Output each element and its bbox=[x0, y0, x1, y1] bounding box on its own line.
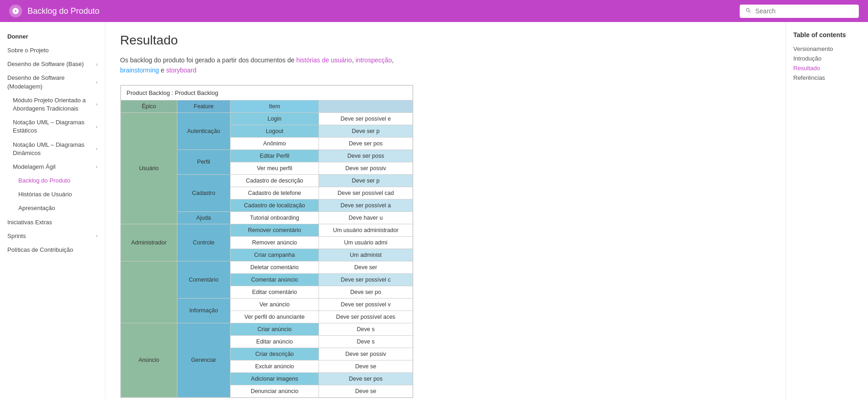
desc-criar-descricao: Deve ser possiv bbox=[319, 348, 412, 360]
search-input[interactable] bbox=[755, 7, 847, 15]
backlog-table: Product Backlog : Product Backlog Épico … bbox=[121, 85, 413, 398]
desc-cad-descricao: Deve ser p bbox=[319, 174, 412, 187]
item-cad-telefone: Cadastro de telefone bbox=[231, 187, 319, 199]
desc-adicionar-imagens: Deve ser pos bbox=[319, 372, 412, 385]
item-editar-perfil: Editar Perfil bbox=[231, 150, 319, 162]
item-cad-descricao: Cadastro de descrição bbox=[231, 174, 319, 187]
item-criar-campanha: Criar campanha bbox=[231, 249, 319, 261]
item-denunciar-anuncio: Denunciar anúncio bbox=[231, 385, 319, 397]
link-introspeccao[interactable]: introspecção bbox=[356, 56, 392, 64]
desc-logout: Deve ser p bbox=[319, 125, 412, 137]
item-editar-anuncio: Editar anúncio bbox=[231, 335, 319, 348]
chevron-right-icon: › bbox=[96, 101, 98, 108]
table-row: Administrador Controle Remover comentári… bbox=[121, 224, 413, 236]
feature-controle: Controle bbox=[177, 224, 231, 261]
table-row: Anúncio Gerenciar Criar anúncio Deve s bbox=[121, 323, 413, 335]
feature-perfil: Perfil bbox=[177, 150, 231, 174]
sidebar-item-sprints[interactable]: Sprints › bbox=[0, 229, 105, 243]
item-ver-perfil: Ver meu perfil bbox=[231, 162, 319, 174]
item-login: Login bbox=[231, 112, 319, 125]
desc-cad-localizacao: Deve ser possível a bbox=[319, 199, 412, 211]
table-title: Product Backlog : Product Backlog bbox=[121, 85, 413, 100]
desc-excluir-anuncio: Deve se bbox=[319, 360, 412, 372]
main-content: Resultado Os backlog do produto foi gera… bbox=[105, 22, 786, 399]
link-brainstorming[interactable]: brainstorming bbox=[120, 66, 159, 74]
table-row: Comentário Deletar comentário Deve ser bbox=[121, 261, 413, 273]
layout: Donner Sobre o Projeto Desenho de Softwa… bbox=[0, 22, 868, 399]
search-icon bbox=[745, 7, 752, 15]
sidebar-item-uml-dinamicos[interactable]: Notação UML – Diagramas Dinâmicos › bbox=[0, 138, 105, 160]
chevron-right-icon: › bbox=[96, 145, 98, 152]
desc-login: Deve ser possível e bbox=[319, 112, 412, 125]
desc-deletar-comentario: Deve ser bbox=[319, 261, 412, 273]
feature-cadastro: Cadastro bbox=[177, 174, 231, 211]
sidebar-item-uml-estaticos[interactable]: Notação UML – Diagramas Estáticos › bbox=[0, 116, 105, 138]
epico-usuario: Usuário bbox=[121, 112, 177, 224]
item-criar-anuncio: Criar anúncio bbox=[231, 323, 319, 335]
item-criar-descricao: Criar descrição bbox=[231, 348, 319, 360]
chevron-right-icon: › bbox=[96, 123, 98, 130]
toc-item-introducao[interactable]: Introdução bbox=[793, 54, 861, 63]
item-deletar-comentario: Deletar comentário bbox=[231, 261, 319, 273]
sidebar-item-modulo[interactable]: Módulo Projeto Orientado a Abordagens Tr… bbox=[0, 94, 105, 116]
desc-ver-perfil: Deve ser possiv bbox=[319, 162, 412, 174]
desc-anonimo: Deve ser pos bbox=[319, 137, 412, 150]
sidebar-item-politicas[interactable]: Políticas de Contribuição bbox=[0, 243, 105, 257]
sidebar-item-desenho-modelagem[interactable]: Desenho de Software (Modelagem) › bbox=[0, 71, 105, 93]
sidebar-item-apresentacao[interactable]: Apresentação bbox=[0, 201, 105, 215]
header-title: Backlog do Produto bbox=[27, 6, 734, 16]
desc-editar-comentario: Deve ser po bbox=[319, 286, 412, 298]
epico-administrador: Administrador bbox=[121, 224, 177, 261]
desc-comentar-anuncio: Deve ser possível c bbox=[319, 273, 412, 286]
col-header-epico: Épico bbox=[121, 100, 177, 112]
item-adicionar-imagens: Adicionar imagens bbox=[231, 372, 319, 385]
toc-item-resultado[interactable]: Resultado bbox=[793, 63, 861, 73]
item-anonimo: Anônimo bbox=[231, 137, 319, 150]
sidebar-item-iniciativas[interactable]: Iniciativas Extras bbox=[0, 216, 105, 229]
sidebar-item-modelagem-agil[interactable]: Modelagem Ágil › bbox=[0, 160, 105, 174]
desc-tutorial: Deve haver u bbox=[319, 211, 412, 224]
intro-text: Os backlog do produto foi gerado a parti… bbox=[120, 55, 771, 76]
desc-remover-anuncio: Um usuário admi bbox=[319, 236, 412, 249]
desc-editar-anuncio: Deve s bbox=[319, 335, 412, 348]
desc-criar-campanha: Um administ bbox=[319, 249, 412, 261]
item-excluir-anuncio: Excluir anúncio bbox=[231, 360, 319, 372]
header: Backlog do Produto bbox=[0, 0, 868, 22]
item-tutorial: Tutorial onboarding bbox=[231, 211, 319, 224]
link-historias[interactable]: histórias de usuário bbox=[296, 56, 352, 64]
table-title-row: Product Backlog : Product Backlog bbox=[121, 85, 413, 100]
item-comentar-anuncio: Comentar anúncio bbox=[231, 273, 319, 286]
item-remover-anuncio: Remover anúncio bbox=[231, 236, 319, 249]
item-cad-localizacao: Cadastro de localização bbox=[231, 199, 319, 211]
desc-ver-perfil-anunciante: Deve ser possível aces bbox=[319, 310, 412, 323]
search-bar[interactable] bbox=[740, 5, 859, 18]
feature-comentario: Comentário bbox=[177, 261, 231, 298]
sidebar-item-sobre[interactable]: Sobre o Projeto bbox=[0, 44, 105, 57]
sidebar-item-historias[interactable]: Histórias de Usuário bbox=[0, 188, 105, 201]
toc-item-referencias[interactable]: Referências bbox=[793, 73, 861, 83]
epico-anuncio: Anúncio bbox=[121, 323, 177, 397]
toc-title: Table of contents bbox=[793, 31, 861, 39]
sidebar-item-desenho-base[interactable]: Desenho de Software (Base) › bbox=[0, 57, 105, 71]
item-logout: Logout bbox=[231, 125, 319, 137]
table-of-contents: Table of contents Versionamento Introduç… bbox=[786, 22, 868, 399]
link-storyboard[interactable]: storyboard bbox=[166, 66, 196, 74]
sidebar-item-backlog[interactable]: Backlog do Produto bbox=[0, 174, 105, 188]
item-ver-anuncio: Ver anúncio bbox=[231, 298, 319, 310]
chevron-right-icon: › bbox=[96, 163, 98, 170]
page-title: Resultado bbox=[120, 33, 771, 48]
toc-item-versionamento[interactable]: Versionamento bbox=[793, 44, 861, 54]
chevron-right-icon: › bbox=[96, 61, 98, 68]
col-header-item: Item bbox=[231, 100, 319, 112]
desc-remover-comentario: Um usuário administrador bbox=[319, 224, 412, 236]
col-header-desc bbox=[319, 100, 412, 112]
desc-ver-anuncio: Deve ser possível v bbox=[319, 298, 412, 310]
chevron-right-icon: › bbox=[96, 233, 98, 239]
desc-editar-perfil: Deve ser poss bbox=[319, 150, 412, 162]
epico-empty bbox=[121, 261, 177, 323]
col-header-feature: Feature bbox=[177, 100, 231, 112]
feature-ajuda: Ajuda bbox=[177, 211, 231, 224]
table-row: Usuário Autenticação Login Deve ser poss… bbox=[121, 112, 413, 125]
sidebar-section-title: Donner bbox=[0, 31, 105, 44]
feature-informacao: Informação bbox=[177, 298, 231, 323]
